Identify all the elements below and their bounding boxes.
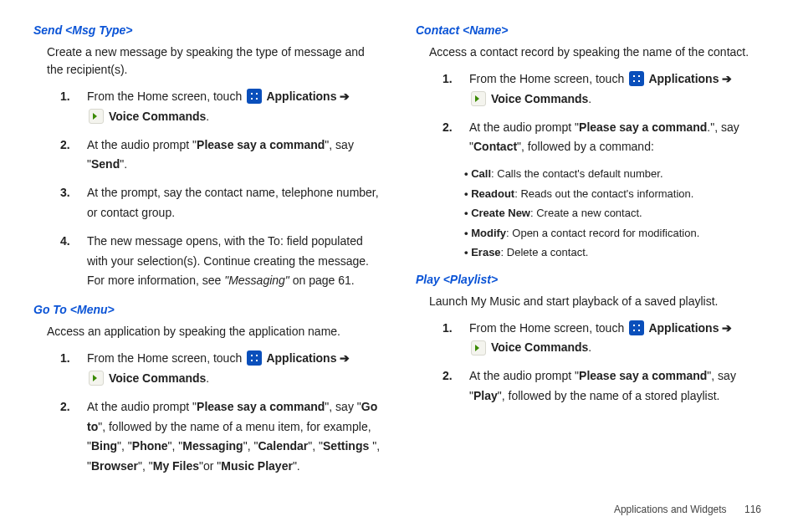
send-step-3: 3. At the prompt, say the contact name, … (67, 183, 382, 223)
bold: Browser (91, 459, 138, 473)
lead-send: Create a new message by speaking the typ… (47, 43, 382, 79)
text: . (588, 92, 591, 105)
text: ", " (138, 459, 153, 473)
text: From the Home screen, touch (87, 90, 245, 103)
section-play: Play <Playlist> Launch My Music and star… (416, 273, 765, 407)
heading-goto: Go To <Menu> (33, 303, 382, 316)
bold: Music Player (221, 459, 293, 473)
section-goto: Go To <Menu> Access an application by sp… (33, 303, 382, 477)
applications-icon (247, 350, 262, 366)
text: ", say " (325, 400, 361, 413)
footer-section: Applications and Widgets (614, 504, 727, 515)
bold: Please say a command (579, 120, 707, 134)
bold: Calendar (258, 439, 308, 453)
lead-play: Launch My Music and start playback of a … (429, 293, 765, 310)
text: At the audio prompt " (87, 138, 197, 151)
voice-commands-label: Voice Commands (488, 92, 588, 105)
bold: Phone (132, 439, 168, 453)
text: ", followed by a command: (517, 140, 654, 153)
heading-contact: Contact <Name> (416, 23, 765, 37)
bold: Play (473, 389, 498, 402)
bold: Create New (471, 207, 530, 219)
goto-step-2: 2. At the audio prompt "Please say a com… (67, 397, 382, 477)
text: ", " (308, 439, 323, 453)
text: ", " (117, 439, 132, 453)
play-step-2: 2. At the audio prompt "Please say a com… (449, 366, 765, 407)
section-send: Send <Msg Type> Create a new message by … (33, 23, 382, 291)
steps-send: 1. From the Home screen, touch Applicati… (67, 87, 382, 291)
left-column: Send <Msg Type> Create a new message by … (33, 23, 382, 489)
applications-label: Applications ➔ (263, 351, 350, 365)
send-step-2: 2. At the audio prompt "Please say a com… (67, 136, 382, 176)
goto-step-1: 1. From the Home screen, touch Applicati… (67, 349, 382, 389)
sub-readout: Readout: Reads out the contact's informa… (464, 186, 765, 202)
applications-label: Applications ➔ (646, 321, 732, 335)
text: ", " (168, 439, 183, 453)
send-step-4: 4. The new message opens, with the To: f… (67, 232, 382, 291)
play-step-1: 1. From the Home screen, touch Applicati… (449, 319, 765, 359)
bold: Contact (473, 140, 517, 153)
contact-step-2: 2. At the audio prompt "Please say a com… (449, 118, 765, 158)
lead-contact: Access a contact record by speaking the … (429, 43, 765, 61)
text: At the prompt, say the contact name, tel… (87, 186, 379, 219)
text: : Reads out the contact's information. (514, 187, 693, 200)
bold: Please say a command (579, 369, 707, 382)
text: ". (293, 459, 300, 473)
applications-label: Applications ➔ (646, 72, 732, 85)
text: . (588, 340, 591, 354)
sub-create-new: Create New: Create a new contact. (464, 205, 765, 222)
nuance-icon (89, 109, 104, 124)
text: At the audio prompt " (469, 120, 579, 134)
page-columns: Send <Msg Type> Create a new message by … (33, 23, 765, 489)
text: At the audio prompt " (87, 400, 197, 413)
send-step-1: 1. From the Home screen, touch Applicati… (67, 87, 382, 127)
text: : Delete a contact. (501, 246, 589, 258)
nuance-icon (471, 91, 486, 106)
text: . (206, 110, 209, 123)
section-contact: Contact <Name> Access a contact record b… (416, 23, 765, 261)
text: : Calls the contact's default number. (491, 167, 663, 180)
steps-contact: 1. From the Home screen, touch Applicati… (449, 69, 765, 157)
heading-send: Send <Msg Type> (33, 23, 382, 37)
text: ", " (243, 439, 258, 453)
nuance-icon (89, 371, 104, 386)
page-footer: Applications and Widgets 116 (614, 504, 761, 515)
voice-commands-label: Voice Commands (105, 371, 206, 385)
bold: Settings (323, 439, 372, 453)
reference-italic: "Messaging" (224, 274, 289, 287)
sub-erase: Erase: Delete a contact. (464, 244, 765, 261)
bold: Please say a command (197, 400, 325, 413)
bold: Send (91, 157, 120, 171)
bold: My Files (153, 459, 199, 473)
page-number: 116 (744, 504, 761, 515)
text: : Create a new contact. (530, 207, 642, 219)
voice-commands-label: Voice Commands (488, 340, 588, 354)
text: on page 61. (289, 274, 355, 287)
voice-commands-label: Voice Commands (105, 110, 206, 123)
text: . (206, 371, 209, 385)
bold: Bing (91, 439, 117, 453)
applications-icon (629, 320, 644, 335)
heading-play: Play <Playlist> (416, 273, 765, 286)
steps-play: 1. From the Home screen, touch Applicati… (449, 319, 765, 407)
text: ", followed by the name of a stored play… (498, 389, 720, 402)
lead-goto: Access an application by speaking the ap… (47, 323, 382, 340)
steps-goto: 1. From the Home screen, touch Applicati… (67, 349, 382, 477)
contact-subcommands: Call: Calls the contact's default number… (464, 166, 765, 261)
text: "or " (199, 459, 221, 473)
contact-step-1: 1. From the Home screen, touch Applicati… (449, 69, 765, 110)
text: From the Home screen, touch (469, 321, 627, 335)
text: From the Home screen, touch (87, 351, 245, 365)
applications-label: Applications ➔ (263, 90, 350, 103)
right-column: Contact <Name> Access a contact record b… (416, 23, 765, 489)
nuance-icon (471, 340, 486, 356)
bold: Modify (471, 227, 506, 239)
bold: Erase (471, 246, 500, 258)
text: From the Home screen, touch (469, 72, 627, 85)
applications-icon (247, 89, 262, 104)
text: : Open a contact record for modification… (506, 227, 699, 239)
bold: Messaging (182, 439, 243, 453)
sub-modify: Modify: Open a contact record for modifi… (464, 225, 765, 242)
bold: Call (471, 167, 491, 180)
applications-icon (629, 71, 644, 86)
